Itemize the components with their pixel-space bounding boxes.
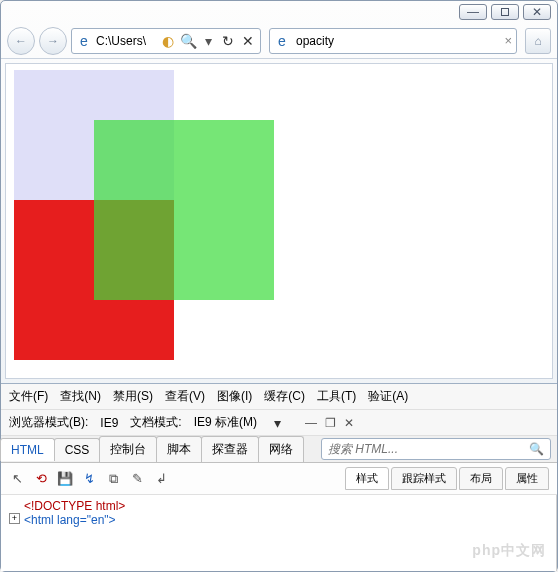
restore-icon [501, 8, 509, 16]
rt-layout[interactable]: 布局 [459, 467, 503, 490]
home-icon: ⌂ [534, 34, 541, 48]
devtools-search[interactable]: 🔍 [321, 438, 551, 460]
home-button[interactable]: ⌂ [525, 28, 551, 54]
ie-page-icon: e [76, 33, 92, 49]
unpin-devtools-icon[interactable]: ❐ [325, 416, 336, 430]
devtools-panel: 文件(F) 查找(N) 禁用(S) 查看(V) 图像(I) 缓存(C) 工具(T… [1, 383, 557, 571]
devtools-tabs: HTML CSS 控制台 脚本 探查器 网络 🔍 [1, 436, 557, 463]
close-icon: ✕ [532, 5, 542, 19]
address-input[interactable] [96, 34, 156, 48]
close-tab-button[interactable]: × [504, 33, 512, 48]
edit-icon[interactable]: ✎ [129, 471, 145, 487]
minimize-icon: — [467, 5, 479, 19]
refresh-icon[interactable]: ↻ [220, 33, 236, 49]
search-icon[interactable]: 🔍 [523, 442, 550, 456]
tab-console[interactable]: 控制台 [99, 436, 157, 462]
tab-css[interactable]: CSS [54, 438, 101, 461]
green-square [94, 120, 274, 300]
menu-cache[interactable]: 缓存(C) [264, 388, 305, 405]
chevron-down-icon[interactable]: ▾ [269, 415, 285, 431]
navbar: ← → e ◐ 🔍 ▾ ↻ ✕ e opacity × ⌂ [1, 23, 557, 59]
clear-cache-icon[interactable]: ⟲ [33, 471, 49, 487]
compat-view-icon[interactable]: ◐ [160, 33, 176, 49]
html-lang-value: "en" [87, 513, 109, 527]
menu-view[interactable]: 查看(V) [165, 388, 205, 405]
minimize-button[interactable]: — [459, 4, 487, 20]
doctype-line: <!DOCTYPE html> [24, 499, 125, 513]
ie-window: — ✕ ← → e ◐ 🔍 ▾ ↻ ✕ e opacity × ⌂ [0, 0, 558, 572]
save-icon[interactable]: 💾 [57, 471, 73, 487]
close-window-button[interactable]: ✕ [523, 4, 551, 20]
pointer-icon[interactable]: ↖ [9, 471, 25, 487]
devtools-menubar: 文件(F) 查找(N) 禁用(S) 查看(V) 图像(I) 缓存(C) 工具(T… [1, 384, 557, 410]
titlebar: — ✕ [1, 1, 557, 23]
doc-mode-value[interactable]: IE9 标准(M) [194, 414, 257, 431]
tab-title[interactable]: opacity [296, 34, 334, 48]
rt-style[interactable]: 样式 [345, 467, 389, 490]
refresh-tree-icon[interactable]: ↯ [81, 471, 97, 487]
ie-tab-icon: e [274, 33, 290, 49]
mode-bar: 浏览器模式(B): IE9 文档模式: IE9 标准(M) ▾ — ❐ ✕ [1, 410, 557, 436]
chevron-down-icon[interactable]: ▾ [200, 33, 216, 49]
rt-trace[interactable]: 跟踪样式 [391, 467, 457, 490]
menu-find[interactable]: 查找(N) [60, 388, 101, 405]
forward-button[interactable]: → [39, 27, 67, 55]
tab-html[interactable]: HTML [0, 438, 55, 461]
element-source-icon[interactable]: ⧉ [105, 471, 121, 487]
search-dropdown-icon[interactable]: 🔍 [180, 33, 196, 49]
minimize-devtools-icon[interactable]: — [305, 416, 317, 430]
page-viewport [5, 63, 553, 379]
menu-file[interactable]: 文件(F) [9, 388, 48, 405]
menu-disable[interactable]: 禁用(S) [113, 388, 153, 405]
browser-mode-value[interactable]: IE9 [100, 416, 118, 430]
arrow-right-icon: → [47, 34, 59, 48]
stop-icon[interactable]: ✕ [240, 33, 256, 49]
right-pane-tabs: 样式 跟踪样式 布局 属性 [345, 467, 549, 490]
menu-validate[interactable]: 验证(A) [368, 388, 408, 405]
html-tag-open: <html lang= [24, 513, 87, 527]
dom-panel: +<!DOCTYPE html> + <html lang= "en" > [1, 495, 557, 571]
address-bar[interactable]: e ◐ 🔍 ▾ ↻ ✕ [71, 28, 261, 54]
word-wrap-icon[interactable]: ↲ [153, 471, 169, 487]
browser-mode-label: 浏览器模式(B): [9, 414, 88, 431]
html-tag-close: > [109, 513, 116, 527]
tab-script[interactable]: 脚本 [156, 436, 202, 462]
doc-mode-label: 文档模式: [130, 414, 181, 431]
devtools-search-input[interactable] [322, 442, 523, 456]
tab-profiler[interactable]: 探查器 [201, 436, 259, 462]
expand-html-toggle[interactable]: + [9, 513, 20, 524]
close-devtools-icon[interactable]: ✕ [344, 416, 354, 430]
menu-tools[interactable]: 工具(T) [317, 388, 356, 405]
restore-button[interactable] [491, 4, 519, 20]
tabstrip: e opacity × [269, 28, 517, 54]
devtools-toolbar: ↖ ⟲ 💾 ↯ ⧉ ✎ ↲ 样式 跟踪样式 布局 属性 [1, 463, 557, 495]
menu-images[interactable]: 图像(I) [217, 388, 252, 405]
dom-tree[interactable]: +<!DOCTYPE html> + <html lang= "en" > [1, 495, 557, 571]
back-button[interactable]: ← [7, 27, 35, 55]
rt-props[interactable]: 属性 [505, 467, 549, 490]
arrow-left-icon: ← [15, 34, 27, 48]
tab-network[interactable]: 网络 [258, 436, 304, 462]
